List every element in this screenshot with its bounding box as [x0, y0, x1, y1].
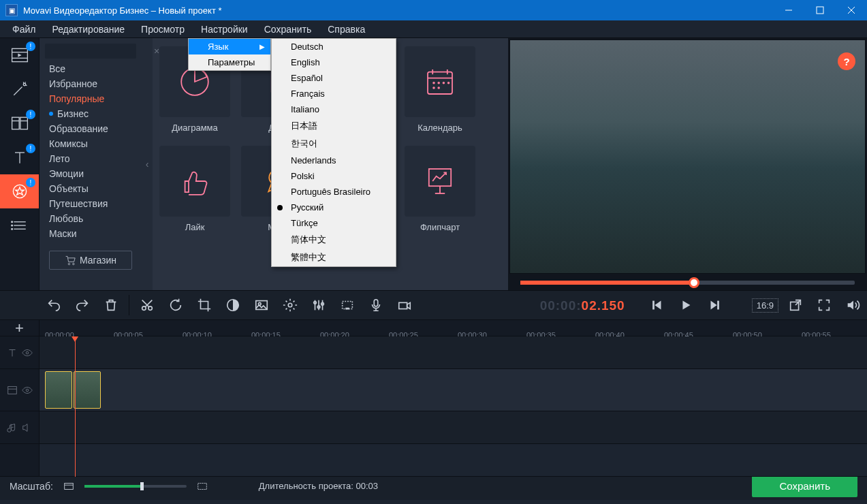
menu-edit[interactable]: Редактирование [44, 21, 133, 37]
preview-viewport[interactable]: ? [509, 40, 866, 274]
scrubber-knob[interactable] [689, 277, 699, 288]
window-title: Movavi Видеоредактор Бизнес – Новый прое… [23, 5, 773, 16]
svg-line-66 [795, 300, 800, 305]
category-item[interactable]: Лето [40, 151, 142, 166]
equalizer-button[interactable] [305, 292, 332, 319]
category-item[interactable]: Избранное [40, 76, 142, 91]
tab-titles[interactable]: ! [0, 140, 39, 174]
track-video[interactable] [0, 369, 867, 411]
video-clip-1[interactable] [45, 371, 72, 409]
text-track-icon [6, 347, 18, 359]
svg-rect-57 [374, 300, 378, 306]
language-option[interactable]: Türkçe [272, 215, 396, 231]
menu-item-language[interactable]: Язык▶ [189, 39, 270, 54]
category-item[interactable]: Любовь [40, 211, 142, 226]
tab-transitions[interactable]: ! [0, 106, 39, 140]
timeline-playhead[interactable] [75, 336, 76, 477]
app-icon: ▣ [5, 4, 18, 16]
tab-filters[interactable] [0, 72, 39, 106]
preview-scrubber[interactable] [520, 281, 855, 285]
menu-help[interactable]: Справка [319, 21, 373, 37]
track-text[interactable] [0, 336, 867, 369]
language-option[interactable]: Español [272, 70, 396, 86]
volume-button[interactable] [839, 292, 866, 319]
prev-button[interactable] [644, 292, 671, 319]
search-box[interactable]: × [45, 44, 136, 59]
language-option[interactable]: 繁體中文 [272, 249, 396, 266]
language-option[interactable]: 한국어 [272, 135, 396, 153]
cut-button[interactable] [133, 292, 161, 319]
zoom-fit-icon[interactable] [63, 480, 75, 492]
search-input[interactable] [52, 46, 154, 56]
timeline-ruler[interactable]: + 00:00:0000:00:0500:00:1000:00:1500:00:… [0, 320, 867, 336]
language-option[interactable]: English [272, 54, 396, 70]
language-option[interactable]: Português Brasileiro [272, 184, 396, 200]
sticker-card[interactable]: Лайк [157, 146, 233, 240]
popout-button[interactable] [782, 292, 809, 319]
menu-view[interactable]: Просмотр [133, 21, 193, 37]
next-button[interactable] [701, 292, 728, 319]
sticker-card[interactable]: Календарь [402, 46, 478, 140]
crop-button[interactable] [191, 292, 218, 319]
minimize-button[interactable] [773, 0, 804, 20]
categories-column: × ВсеИзбранноеПопулярныеБизнесОбразовани… [40, 38, 142, 290]
category-item[interactable]: Образование [40, 121, 142, 136]
redo-button[interactable] [69, 292, 96, 319]
category-item[interactable]: Эмоции [40, 166, 142, 181]
menu-save-as[interactable]: Сохранить [256, 21, 320, 37]
shop-button[interactable]: Магазин [49, 251, 132, 270]
category-item[interactable]: Комиксы [40, 136, 142, 151]
svg-point-48 [288, 303, 292, 307]
tab-stickers[interactable]: ! [0, 174, 39, 208]
maximize-button[interactable] [804, 0, 836, 20]
aspect-ratio[interactable]: 16:9 [752, 298, 778, 313]
gear-button[interactable] [277, 292, 304, 319]
category-item[interactable]: Все [40, 61, 142, 76]
tab-media[interactable]: ! [0, 38, 39, 72]
help-button[interactable]: ? [838, 52, 855, 70]
flipchart-icon [422, 163, 458, 200]
collapse-categories[interactable]: ‹ [142, 38, 153, 290]
zoom-label: Масштаб: [10, 481, 53, 492]
color-button[interactable] [219, 292, 247, 319]
svg-marker-62 [682, 301, 690, 310]
rotate-button[interactable] [162, 292, 189, 319]
record-button[interactable] [334, 292, 361, 319]
language-option[interactable]: Polski [272, 168, 396, 184]
mic-button[interactable] [362, 292, 390, 319]
menu-settings[interactable]: Настройки [193, 21, 256, 37]
export-button[interactable]: Сохранить [752, 475, 857, 497]
close-button[interactable] [836, 0, 867, 20]
category-item[interactable]: Путешествия [40, 196, 142, 211]
camera-button[interactable] [391, 292, 418, 319]
category-item[interactable]: Бизнес [40, 106, 142, 121]
zoom-full-icon[interactable] [196, 480, 208, 492]
menubar: Файл Редактирование Просмотр Настройки С… [0, 20, 867, 38]
sticker-card[interactable]: Флипчарт [402, 146, 478, 240]
language-option[interactable]: Italiano [272, 101, 396, 117]
language-option[interactable]: 简体中文 [272, 231, 396, 249]
language-option[interactable]: 日本語 [272, 117, 396, 135]
category-item[interactable]: Объекты [40, 181, 142, 196]
zoom-slider[interactable] [84, 485, 187, 488]
language-option[interactable]: Deutsch [272, 39, 396, 54]
menu-item-parameters[interactable]: Параметры [189, 54, 270, 70]
language-option[interactable]: Русский [272, 200, 396, 215]
category-item[interactable]: Маски [40, 226, 142, 241]
add-track-button[interactable]: + [0, 320, 40, 336]
undo-button[interactable] [40, 292, 67, 319]
category-list: ВсеИзбранноеПопулярныеБизнесОбразованиеК… [40, 61, 142, 241]
menu-file[interactable]: Файл [4, 21, 44, 37]
video-clip-2[interactable] [74, 371, 101, 409]
fullscreen-button[interactable] [810, 292, 838, 319]
category-item[interactable]: Популярные [40, 91, 142, 106]
svg-rect-77 [198, 483, 206, 489]
image-button[interactable] [248, 292, 275, 319]
language-option[interactable]: Français [272, 86, 396, 101]
delete-button[interactable] [97, 292, 125, 319]
play-button[interactable] [672, 292, 699, 319]
language-option[interactable]: Nederlands [272, 153, 396, 168]
svg-point-35 [443, 82, 445, 84]
tab-more[interactable] [0, 208, 39, 242]
track-audio[interactable] [0, 411, 867, 444]
